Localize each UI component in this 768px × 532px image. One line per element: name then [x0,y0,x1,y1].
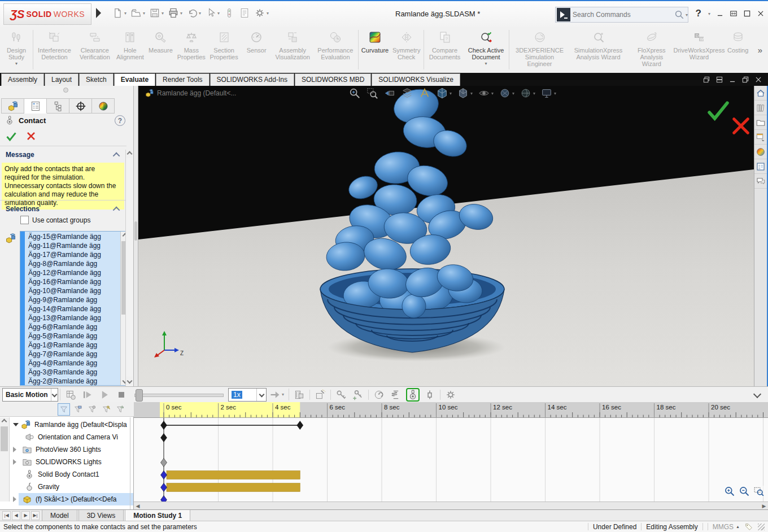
hide-show-button[interactable]: ▾ [478,87,494,99]
ok-button[interactable] [6,131,17,142]
filter-selected-button[interactable] [100,403,112,416]
motion-tree-row[interactable]: Ramlande ägg (Default<Displa [10,418,133,431]
section-view-button[interactable] [401,87,413,99]
stop-button[interactable] [115,388,128,402]
3d-scene[interactable]: Z [138,86,754,386]
doc-close-button[interactable] [754,76,762,84]
zoom-fit-button[interactable] [348,87,361,99]
pm-tab-assembly[interactable] [1,98,24,114]
dropdown-arrow-icon[interactable] [256,389,266,401]
playback-mode-button[interactable]: ▾ [268,388,285,402]
scroll-up-button[interactable] [0,417,8,426]
search-dropdown-icon[interactable]: ▾ [686,12,688,18]
selection-list-item[interactable]: Ägg-17@Ramlande ägg [25,250,120,259]
doc-tab-model[interactable]: Model [42,510,77,521]
file-explorer-button[interactable] [754,115,767,130]
minimize-button[interactable] [716,10,724,18]
tree-scrollbar[interactable] [0,417,10,502]
timeline-zoom-fit-button[interactable] [753,486,765,497]
timeline-area[interactable]: 0 sec2 sec4 sec6 sec8 sec10 sec12 sec14 … [134,402,768,509]
units-dropdown[interactable]: MMGS▲ [713,523,740,531]
options-button[interactable]: ▾ [253,6,270,20]
undo-button[interactable]: ▾ [185,6,202,20]
selection-list-item[interactable]: Ägg-12@Ramlande ägg [25,268,120,277]
dock-button[interactable] [730,10,738,18]
timeline-keys-area[interactable] [134,418,768,503]
play-button[interactable] [98,388,111,402]
filter-all-button[interactable] [58,403,70,416]
tab-solidworks-visualize[interactable]: SOLIDWORKS Visualize [372,73,460,86]
selection-list-item[interactable]: Ägg-10@Ramlande ägg [25,286,120,295]
play-from-start-button[interactable] [81,388,94,402]
tab-evaluate[interactable]: Evaluate [114,73,155,86]
selection-list-item[interactable]: Ägg-16@Ramlande ägg [25,277,120,286]
animation-wizard-button[interactable] [313,388,327,402]
collapse-motionmanager-icon[interactable] [754,391,760,399]
tab-solidworks-add-ins[interactable]: SOLIDWORKS Add-Ins [210,73,294,86]
graphics-viewport[interactable]: Z Ramlande ägg (Default<... ▾▾▾▾▾▾ [138,86,754,386]
slider-thumb[interactable] [136,389,143,402]
home-button[interactable] [754,86,767,101]
expander-open-icon[interactable] [13,423,19,426]
view-orientation-button[interactable]: ▾ [436,87,452,99]
motor-button[interactable] [372,388,386,402]
playback-speed-dropdown[interactable]: 1x [228,388,267,402]
panel-splitter[interactable] [134,86,138,386]
tab-layout[interactable]: Layout [45,73,78,86]
selection-list-item[interactable]: Ägg-4@Ramlande ägg [25,359,120,368]
selection-list-item[interactable]: Ägg-14@Ramlande ägg [25,304,120,313]
doc-tab-motion-study-1[interactable]: Motion Study 1 [125,510,190,521]
view-palette-button[interactable] [754,130,767,145]
help-button[interactable]: ? [696,8,701,19]
pm-tab-dimxpert[interactable] [69,98,92,114]
use-contact-groups-option[interactable]: Use contact groups [20,216,90,224]
search-icon[interactable] [674,10,684,20]
autokey-button[interactable] [334,388,348,402]
prev-tab-button[interactable]: ◀ [12,511,20,520]
motion-tree-row[interactable]: (f) Skål<1> (Default<<Defa [10,493,133,505]
selection-list-item[interactable]: Ägg-15@Ramlande ägg [25,232,120,241]
expander-closed-icon[interactable] [13,459,16,465]
resize-grip[interactable] [758,524,765,530]
close-button[interactable] [757,10,765,18]
doc-restore-button[interactable] [741,76,749,84]
previous-view-button[interactable] [383,87,396,99]
timeline-hscrollbar[interactable]: ◀ ▶ [134,502,768,509]
save-button[interactable]: ▾ [148,6,165,20]
add-key-button[interactable] [351,388,365,402]
pm-tab-config[interactable] [47,98,69,114]
scroll-thumb[interactable] [1,426,8,451]
print-button[interactable]: ▾ [167,6,184,20]
damper-button[interactable] [423,388,437,402]
tag-icon[interactable] [744,522,753,531]
confirmation-check-icon[interactable] [708,101,729,122]
tree-timeline-splitter[interactable] [130,417,133,509]
dropdown-arrow-icon[interactable] [51,389,58,401]
tile-button[interactable] [715,76,723,84]
message-section-header[interactable]: Message [6,151,34,159]
motion-tree-row[interactable]: Solid Body Contact1 [10,468,133,481]
next-tab-button[interactable]: ▶ [21,511,30,520]
rebuild-button[interactable] [222,6,236,20]
ribbon-dropdown-icon[interactable]: ▾ [15,61,18,66]
ribbon-dropdown-icon[interactable]: ▾ [485,61,487,66]
save-animation-button[interactable] [293,388,306,402]
selection-list-item[interactable]: Ägg-8@Ramlande ägg [25,259,120,268]
cancel-x-icon[interactable] [731,116,750,136]
help-dropdown-icon[interactable]: ▾ [708,11,710,16]
use-contact-groups-checkbox[interactable] [20,216,29,224]
selection-list-item[interactable]: Ägg-7@Ramlande ägg [25,350,120,359]
last-tab-button[interactable]: ▶| [31,511,40,520]
menu-flyout-icon[interactable] [96,8,101,18]
selection-list-item[interactable]: Ägg-5@Ramlande ägg [25,332,120,341]
selection-list-item[interactable]: Ägg-1@Ramlande ägg [25,341,120,350]
maximize-button[interactable] [743,10,751,18]
design-library-button[interactable] [754,101,767,115]
timeline-zoom-in-button[interactable] [724,486,735,497]
display-style-button[interactable]: ▾ [457,87,473,99]
panel-grip[interactable] [63,88,68,93]
selections-section-header[interactable]: Selections [6,205,40,213]
filter-driving-button[interactable] [86,403,98,416]
motion-tree-row[interactable]: Gravity [10,481,133,493]
scroll-down-button[interactable] [126,377,133,385]
